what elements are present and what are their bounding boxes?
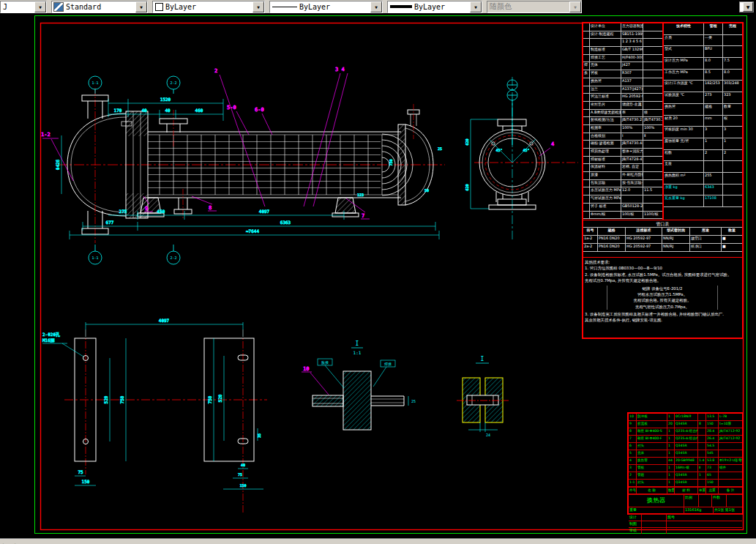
bom-header-cell: 名 称 <box>637 488 667 494</box>
chevron-down-icon[interactable]: ▼ <box>470 1 482 12</box>
svg-text:520: 520 <box>103 395 108 403</box>
cell-b <box>643 204 662 212</box>
cell-total: 26.4 <box>706 436 719 443</box>
bom-titleblock: 10防冲板10Cr18Ni913.5L-7B9折流板20Q345R8150t=1… <box>627 412 744 515</box>
svg-text:3 4: 3 4 <box>335 67 345 72</box>
cell-a: 273 <box>704 92 723 104</box>
spec-row: 管板斜度 min 3033 <box>664 127 742 138</box>
layer-combo[interactable]: J ▼ <box>0 1 47 13</box>
chevron-down-icon[interactable]: ▼ <box>370 1 382 12</box>
svg-text:150: 150 <box>239 483 246 488</box>
cell-l: 管法兰标准 <box>590 94 621 102</box>
spec-row: 法兰A137(J427) <box>583 86 662 94</box>
cell-l: 壳体 <box>590 62 621 70</box>
lineweight-swatch-icon <box>390 5 412 8</box>
cell-l: 制造标准 <box>590 47 621 55</box>
spec-row: 充水重量 kg17108 <box>664 195 742 207</box>
cell-a <box>621 195 643 204</box>
spec-row: 试验温度 ℃273323 <box>664 92 742 104</box>
svg-text:750: 750 <box>119 395 124 403</box>
note-line: 1. 管口方位按图样 0B0330—00—B—9/10 <box>585 265 741 271</box>
cell-mat: Q345R <box>675 421 698 428</box>
cell-l: 设计/工作温度 ℃ <box>664 81 704 92</box>
titleblock-row-value <box>642 528 667 534</box>
dwgno-label: 图号 <box>667 515 742 521</box>
cell-a: BFU <box>704 46 723 58</box>
svg-text:50: 50 <box>424 188 429 193</box>
cell-b <box>723 195 742 207</box>
svg-text:75: 75 <box>238 472 242 477</box>
cell-l: 介质 <box>664 35 704 47</box>
drawing-canvas[interactable]: 1520 170 40 40 460 275 450 4097 677 6363… <box>0 13 756 538</box>
linetype-swatch-icon <box>272 7 297 7</box>
spec-row: 腐蚀裕量 壳/管11 <box>664 138 742 150</box>
text-style-combo[interactable]: Standard ▼ <box>51 1 148 13</box>
cell-total: 150 <box>706 480 719 487</box>
cell-a: A137 <box>621 78 643 86</box>
svg-text:275: 275 <box>119 209 127 214</box>
cell-mat: 16Mn·锻 <box>675 465 698 472</box>
sheet-info: 共1张 第1张 <box>714 507 742 514</box>
spec-row: 焊材标准JB/T4728-4735-2000 <box>583 157 662 165</box>
cell-l: 技术特性 <box>664 23 704 35</box>
mini-combo[interactable]: ▼ <box>739 1 754 12</box>
cell-b: 2 <box>723 150 742 162</box>
cell-qty: 20 <box>667 421 675 428</box>
cell-qty: 1 <box>667 450 675 458</box>
color-combo[interactable]: ByLayer ▼ <box>152 1 265 13</box>
chevron-down-icon[interactable]: ▼ <box>34 1 46 12</box>
lineweight-combo[interactable]: ByLayer ▼ <box>387 1 482 13</box>
cell-a: 12.0 <box>621 187 643 195</box>
cell-l: 射线检测/方法 <box>590 117 621 125</box>
chevron-down-icon[interactable]: ▼ <box>743 2 753 12</box>
cell-l: 法兰 <box>590 86 621 94</box>
chevron-down-icon[interactable]: ▼ <box>135 1 147 12</box>
cell-rem: L-7B <box>719 414 742 421</box>
titleblock-row-value <box>642 515 667 521</box>
cell-l: 换热面积 m² <box>664 173 704 185</box>
svg-text:1520: 1520 <box>160 97 171 102</box>
svg-text:677: 677 <box>106 220 114 225</box>
svg-text:胀接: 胀接 <box>321 360 329 365</box>
spec-row: 保温材料岩棉, 自定 <box>583 164 662 172</box>
chevron-down-icon[interactable]: ▼ <box>252 1 264 12</box>
svg-text:9: 9 <box>145 206 148 212</box>
dwgno-value <box>667 521 742 527</box>
cell-b <box>643 78 662 86</box>
support-plate-dimensions: 4097 2-Φ20孔 M16深 520 750 75 150 520 750 … <box>42 318 263 489</box>
cell-qty: 44 <box>667 458 675 465</box>
bom-row: 9折流板20Q345R8150t=10厚 <box>629 421 742 428</box>
cell-qty: ■ <box>722 236 742 244</box>
linetype-combo[interactable]: ByLayer ▼ <box>269 1 383 13</box>
spec-row: 管法兰标准HG 20592-97 <box>583 94 662 102</box>
cell-g <box>583 110 590 118</box>
cell-l: 型式 <box>664 46 704 58</box>
nozzle-table: 管口表 符号规格连接标准型式密封面用途数量1a-2PN16 DN20HG 205… <box>583 220 742 258</box>
cell-l: 设计压力 MPa <box>664 58 704 70</box>
cell-name: 管箱 <box>637 472 667 480</box>
bom-header-cell: 材 料 <box>675 488 698 494</box>
svg-text:≈7644: ≈7644 <box>246 228 259 234</box>
cell-a: 1 <box>704 138 723 150</box>
spec-row: Φmm/根100/根1100/根 <box>583 212 662 220</box>
cell-g <box>583 172 590 180</box>
color-swatch-icon <box>155 3 163 11</box>
cell-unit <box>698 443 706 450</box>
cell-b <box>643 102 662 110</box>
svg-text:520: 520 <box>217 394 222 402</box>
cell-b <box>723 185 742 196</box>
cell-a: A137(J427) <box>621 86 643 94</box>
cell-a: 8.0 <box>704 58 723 70</box>
svg-text:1-1: 1-1 <box>91 81 98 85</box>
cell-g <box>583 117 590 125</box>
cell-unit <box>698 428 706 436</box>
cell-l: A.B类焊缝无损检测 <box>590 110 621 118</box>
cell-rem: Φ19×2·U形弯制 <box>719 458 742 465</box>
cell-no: 2 <box>629 472 637 480</box>
svg-text:4: 4 <box>551 141 554 147</box>
cell-g <box>583 39 590 47</box>
cell-mat: 20·GB9948 <box>675 458 698 465</box>
svg-text:M16深: M16深 <box>42 338 55 343</box>
svg-text:2-2: 2-2 <box>170 81 176 85</box>
spec-row: 设计/工作温度 ℃182/253303/248 <box>664 81 742 92</box>
